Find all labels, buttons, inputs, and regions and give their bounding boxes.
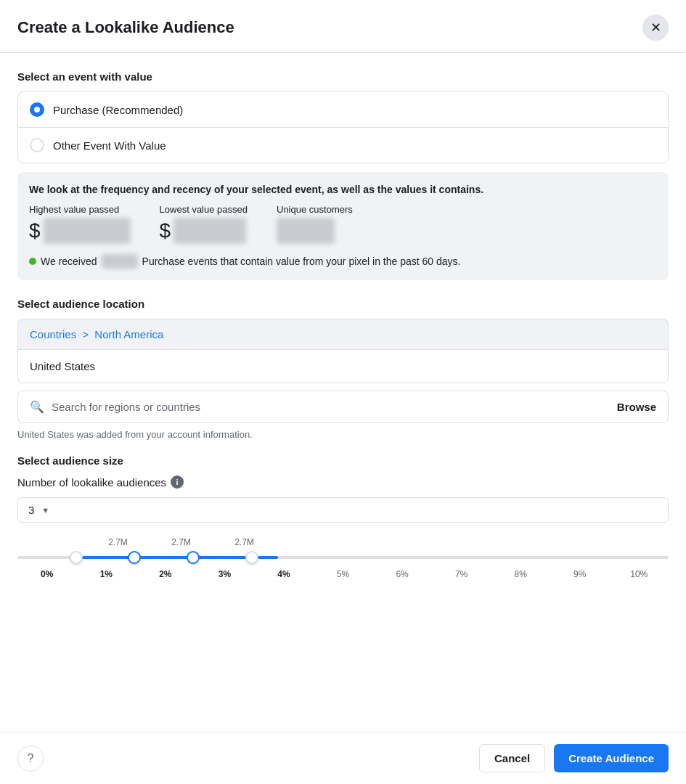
stat-unique-value-display — [277, 218, 353, 244]
lookalike-label-text: Number of lookalike audiences — [17, 476, 166, 489]
slider-label-1pct: 1% — [77, 569, 136, 579]
slider-label-4pct: 4% — [254, 569, 314, 579]
received-text: We received — [41, 256, 97, 267]
breadcrumb-separator: > — [82, 328, 91, 340]
create-audience-button[interactable]: Create Audience — [554, 744, 669, 772]
modal-title: Create a Lookalike Audience — [17, 18, 234, 37]
location-selected-box: United States — [17, 349, 669, 383]
radio-option-purchase[interactable]: Purchase (Recommended) — [18, 92, 668, 127]
stat-highest-value: Highest value passed $ — [29, 204, 131, 244]
audience-size-title: Select audience size — [17, 454, 669, 467]
green-dot-icon — [29, 258, 36, 265]
slider-thumb-3[interactable] — [187, 551, 200, 564]
search-placeholder-text: Search for regions or countries — [52, 401, 610, 413]
browse-button[interactable]: Browse — [617, 401, 656, 413]
lowest-value-blurred — [173, 218, 246, 244]
slider-thumb-2[interactable] — [128, 551, 141, 564]
slider-label-7pct: 7% — [432, 569, 491, 579]
audience-size-section: Select audience size Number of lookalike… — [17, 454, 669, 594]
slider-thumb-4[interactable] — [245, 551, 258, 564]
slider-top-label-1: 2.7M — [86, 537, 150, 547]
radio-purchase-circle — [30, 102, 44, 117]
slider-thumb-1[interactable] — [70, 551, 83, 564]
help-button[interactable]: ? — [17, 746, 44, 772]
radio-other-circle — [30, 138, 44, 152]
radio-purchase-label: Purchase (Recommended) — [53, 104, 183, 116]
breadcrumb-countries-link[interactable]: Countries — [30, 328, 76, 340]
slider-top-label-2: 2.7M — [150, 537, 213, 547]
highest-value-blurred — [44, 218, 131, 244]
slider-label-5pct: 5% — [314, 569, 373, 579]
slider-label-2pct: 2% — [136, 569, 195, 579]
received-suffix: Purchase events that contain value from … — [142, 256, 461, 267]
slider-top-label-3: 2.7M — [213, 537, 276, 547]
modal-footer: ? Cancel Create Audience — [0, 732, 686, 784]
radio-option-other[interactable]: Other Event With Value — [18, 127, 668, 163]
search-icon: 🔍 — [30, 400, 44, 414]
location-hint: United States was added from your accoun… — [17, 429, 669, 440]
lowest-dollar-sign: $ — [160, 219, 171, 242]
stat-unique-customers: Unique customers — [277, 204, 353, 244]
slider-label-9pct: 9% — [550, 569, 610, 579]
modal-body: Select an event with value Purchase (Rec… — [0, 53, 686, 732]
slider-label-3pct: 3% — [195, 569, 255, 579]
event-selection-section: Select an event with value Purchase (Rec… — [17, 70, 669, 280]
slider-top-labels: 2.7M 2.7M 2.7M — [17, 537, 669, 547]
create-lookalike-modal: Create a Lookalike Audience ✕ Select an … — [0, 0, 686, 784]
unique-value-blurred — [277, 218, 335, 244]
location-section: Select audience location Countries > Nor… — [17, 298, 669, 440]
event-info-box: We look at the frequency and recency of … — [17, 172, 669, 280]
slider-label-0pct: 0% — [17, 569, 77, 579]
selected-location-text: United States — [30, 360, 95, 372]
cancel-button[interactable]: Cancel — [479, 744, 545, 772]
slider-track-container[interactable] — [17, 550, 669, 565]
stat-highest-label: Highest value passed — [29, 204, 131, 215]
stat-unique-label: Unique customers — [277, 204, 353, 215]
slider-bottom-labels: 0% 1% 2% 3% 4% 5% 6% 7% 8% 9% 10% — [17, 569, 669, 579]
breadcrumb-north-america-link[interactable]: North America — [94, 328, 163, 340]
slider-section: 2.7M 2.7M 2.7M 0% 1% 2 — [17, 537, 669, 594]
location-breadcrumb-box: Countries > North America — [17, 319, 669, 349]
event-section-title: Select an event with value — [17, 70, 669, 83]
stat-lowest-label: Lowest value passed — [160, 204, 248, 215]
highest-dollar-sign: $ — [29, 219, 41, 242]
slider-label-6pct: 6% — [372, 569, 432, 579]
location-section-title: Select audience location — [17, 298, 669, 310]
modal-header: Create a Lookalike Audience ✕ — [0, 0, 686, 53]
slider-track — [17, 556, 669, 559]
close-button[interactable]: ✕ — [642, 15, 669, 41]
dropdown-value: 3 — [28, 504, 34, 516]
received-count-blurred — [102, 254, 138, 269]
event-info-description: We look at the frequency and recency of … — [29, 184, 657, 195]
footer-actions: Cancel Create Audience — [479, 744, 669, 772]
stat-highest-value-display: $ — [29, 218, 131, 244]
stat-lowest-value-display: $ — [160, 218, 248, 244]
stat-lowest-value: Lowest value passed $ — [160, 204, 248, 244]
dropdown-arrow-icon: ▼ — [41, 506, 49, 515]
info-icon[interactable]: i — [171, 475, 184, 489]
event-options-box: Purchase (Recommended) Other Event With … — [17, 91, 669, 163]
help-icon: ? — [28, 752, 34, 765]
stats-row: Highest value passed $ Lowest value pass… — [29, 204, 657, 244]
lookalike-count-dropdown[interactable]: 3 ▼ — [17, 497, 669, 523]
lookalike-row: Number of lookalike audiences i — [17, 475, 669, 489]
radio-other-label: Other Event With Value — [53, 139, 166, 152]
location-search-box[interactable]: 🔍 Search for regions or countries Browse — [17, 391, 669, 423]
received-row: We received Purchase events that contain… — [29, 254, 657, 269]
slider-label-10pct: 10% — [609, 569, 669, 579]
slider-label-8pct: 8% — [491, 569, 550, 579]
